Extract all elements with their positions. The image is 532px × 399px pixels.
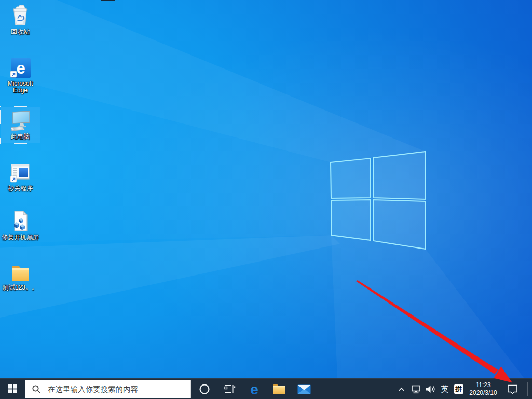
icon-label: Microsoft Edge xyxy=(1,80,39,94)
desktop-icon-fix-boot-black-screen[interactable]: 修复开机黑屏 xyxy=(1,208,40,241)
edge-taskbar-button[interactable]: e xyxy=(242,379,267,399)
mail-icon xyxy=(297,384,311,394)
tray-time: 11:23 xyxy=(475,381,490,389)
this-pc-icon xyxy=(9,109,32,132)
folder-icon xyxy=(9,260,32,283)
network-status-button[interactable] xyxy=(408,379,424,399)
desktop-icon-recycle-bin[interactable]: 回收站 xyxy=(1,2,40,35)
svg-text:e: e xyxy=(250,381,258,397)
top-edge-mark xyxy=(101,0,115,1)
action-center-button[interactable] xyxy=(500,379,524,399)
cortana-button[interactable] xyxy=(192,379,217,399)
taskbar-search-box[interactable] xyxy=(25,380,191,398)
task-view-icon xyxy=(223,384,236,394)
file-explorer-icon xyxy=(272,383,286,395)
language-indicator[interactable]: 英 xyxy=(438,379,452,399)
edge-icon: e xyxy=(247,381,262,397)
edge-icon: e xyxy=(9,56,32,79)
volume-button[interactable] xyxy=(424,379,438,399)
search-icon xyxy=(32,384,41,394)
clock[interactable]: 11:23 2020/3/10 xyxy=(466,379,500,399)
icon-label: 此电脑 xyxy=(11,133,30,140)
action-center-icon xyxy=(507,384,518,394)
mail-button[interactable] xyxy=(292,379,317,399)
windows-logo-icon xyxy=(8,384,17,393)
desktop-icon-second-close-app[interactable]: 秒关程序 xyxy=(1,159,40,192)
start-button[interactable] xyxy=(0,379,25,399)
search-input[interactable] xyxy=(47,384,185,394)
wallpaper-windows-logo xyxy=(0,0,532,378)
program-icon xyxy=(9,161,32,184)
desktop-icon-microsoft-edge[interactable]: e Microsoft Edge xyxy=(1,54,40,94)
show-desktop-button[interactable] xyxy=(528,379,532,399)
cortana-icon xyxy=(199,383,210,395)
icon-label: 测试123。。 xyxy=(3,284,38,291)
icon-label: 秒关程序 xyxy=(8,185,33,192)
desktop-icon-test-folder[interactable]: 测试123。。 xyxy=(1,258,40,291)
icon-label: 修复开机黑屏 xyxy=(2,234,39,241)
desktop-surface[interactable]: 回收站 e Microsoft Edge 此电脑 xyxy=(0,0,532,378)
icon-label: 回收站 xyxy=(11,29,30,35)
recycle-bin-icon xyxy=(9,4,32,27)
ime-pinyin-icon: 拼 xyxy=(454,384,463,394)
tray-overflow-button[interactable] xyxy=(394,379,408,399)
registry-file-icon xyxy=(9,210,32,232)
network-ethernet-icon xyxy=(411,385,421,394)
tray-date: 2020/3/10 xyxy=(469,389,497,397)
taskbar: e xyxy=(0,378,532,399)
file-explorer-button[interactable] xyxy=(267,379,292,399)
ime-mode-button[interactable]: 拼 xyxy=(452,379,466,399)
svg-text:e: e xyxy=(16,59,25,77)
task-view-button[interactable] xyxy=(217,379,242,399)
speaker-icon xyxy=(426,385,436,393)
chevron-up-icon xyxy=(398,387,405,392)
desktop-icon-this-pc[interactable]: 此电脑 xyxy=(1,107,40,143)
